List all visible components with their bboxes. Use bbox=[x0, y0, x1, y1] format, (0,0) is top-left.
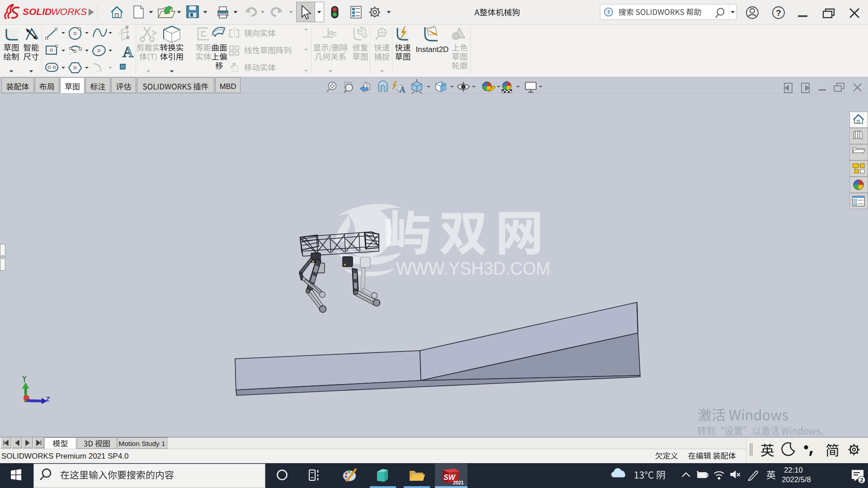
svg-text:WWW.YSH3D.COM: WWW.YSH3D.COM bbox=[396, 258, 550, 278]
